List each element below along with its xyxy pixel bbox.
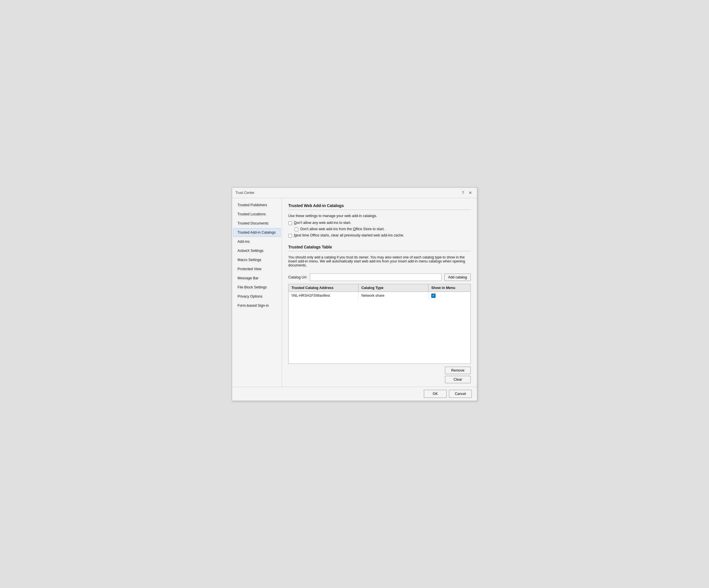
main-content: Trusted Web Add-in Catalogs Use these se… xyxy=(282,198,477,387)
catalog-url-label: Catalog Url: xyxy=(288,275,307,279)
section-title: Trusted Web Add-in Catalogs xyxy=(288,203,471,208)
catalogs-table-section-title: Trusted Catalogs Table xyxy=(288,245,471,249)
sidebar-item-file-block-settings[interactable]: File Block Settings xyxy=(233,283,281,291)
checkbox-label-dont-allow-any: Don't allow any web add-ins to start. xyxy=(294,221,351,225)
checkbox-clear-cache[interactable] xyxy=(288,234,292,238)
table-row[interactable]: \\NL-HRSH1F3\Manifest Network share xyxy=(289,292,470,300)
dialog-body: Trusted Publishers Trusted Locations Tru… xyxy=(232,198,477,387)
table-cell-show-in-menu[interactable] xyxy=(428,292,470,300)
sidebar-item-trusted-publishers[interactable]: Trusted Publishers xyxy=(233,201,281,209)
checkbox-label-clear-cache: Next time Office starts, clear all previ… xyxy=(294,233,404,237)
title-bar-actions: ? ✕ xyxy=(460,189,474,196)
checkbox-row-dont-allow-any: Don't allow any web add-ins to start. xyxy=(288,221,471,225)
checkbox-row-dont-allow-office-store: Don't allow web add-ins from the Office … xyxy=(294,227,471,231)
table-header-show-in-menu: Show in Menu xyxy=(428,284,470,291)
close-button[interactable]: ✕ xyxy=(467,189,474,196)
sidebar-item-message-bar[interactable]: Message Bar xyxy=(233,274,281,282)
remove-button[interactable]: Remove xyxy=(445,367,471,374)
sidebar-item-form-based-sign-in[interactable]: Form-based Sign-in xyxy=(233,301,281,310)
table-action-buttons: Remove Clear xyxy=(288,367,471,383)
sidebar-item-add-ins[interactable]: Add-ins xyxy=(233,237,281,246)
dialog-footer: OK Cancel xyxy=(232,387,477,401)
sidebar-item-privacy-options[interactable]: Privacy Options xyxy=(233,292,281,301)
checkbox-row-clear-cache: Next time Office starts, clear all previ… xyxy=(288,233,471,238)
catalogs-description: You should only add a catalog if you tru… xyxy=(288,255,471,267)
help-button[interactable]: ? xyxy=(460,189,466,196)
sidebar-item-trusted-documents[interactable]: Trusted Documents xyxy=(233,219,281,228)
sidebar-item-trusted-locations[interactable]: Trusted Locations xyxy=(233,210,281,219)
title-bar: Trust Center ? ✕ xyxy=(232,188,477,198)
description-text: Use these settings to manage your web ad… xyxy=(288,214,471,218)
dialog-title: Trust Center xyxy=(235,191,254,195)
catalog-url-row: Catalog Url: Add catalog xyxy=(288,274,471,281)
clear-button[interactable]: Clear xyxy=(445,376,471,383)
checkbox-dont-allow-any[interactable] xyxy=(288,221,292,225)
sidebar-item-protected-view[interactable]: Protected View xyxy=(233,265,281,273)
sidebar-item-activex-settings[interactable]: ActiveX Settings xyxy=(233,247,281,255)
section-divider-catalogs xyxy=(288,251,471,251)
sidebar-item-trusted-addin-catalogs[interactable]: Trusted Add-in Catalogs xyxy=(233,228,281,237)
ok-button[interactable]: OK xyxy=(424,390,447,398)
cancel-button[interactable]: Cancel xyxy=(449,390,472,398)
sidebar: Trusted Publishers Trusted Locations Tru… xyxy=(232,198,282,387)
catalog-url-input[interactable] xyxy=(310,274,442,281)
add-catalog-button[interactable]: Add catalog xyxy=(444,274,471,281)
catalogs-table: Trusted Catalog Address Catalog Type Sho… xyxy=(288,284,471,364)
table-header-address: Trusted Catalog Address xyxy=(289,284,359,291)
table-header: Trusted Catalog Address Catalog Type Sho… xyxy=(289,284,470,292)
table-cell-address: \\NL-HRSH1F3\Manifest xyxy=(289,292,359,300)
sidebar-item-macro-settings[interactable]: Macro Settings xyxy=(233,256,281,264)
checkbox-label-dont-allow-office-store: Don't allow web add-ins from the Office … xyxy=(300,227,385,231)
show-in-menu-checkbox[interactable] xyxy=(431,293,436,298)
trust-center-dialog: Trust Center ? ✕ Trusted Publishers Trus… xyxy=(232,187,477,401)
table-cell-catalog-type: Network share xyxy=(359,292,428,300)
table-header-catalog-type: Catalog Type xyxy=(359,284,428,291)
checkbox-dont-allow-office-store[interactable] xyxy=(294,228,298,231)
